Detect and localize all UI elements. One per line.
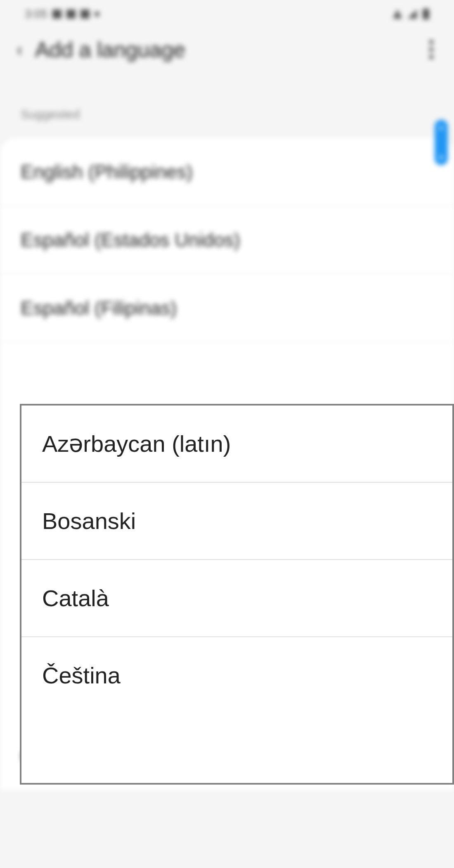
popup-item-catala[interactable]: Català [21,560,452,637]
status-time: 3:05 [25,7,47,21]
popup-item-azerbaycan[interactable]: Azərbaycan (latın) [21,406,452,483]
fast-scroll-handle[interactable]: ▲ ▼ [435,120,448,165]
list-item[interactable]: English (Philippines) [0,138,454,206]
status-notif-icon [52,9,61,19]
popup-item-bosanski[interactable]: Bosanski [21,483,452,560]
more-options-icon[interactable] [429,40,433,59]
status-chat-icon [66,9,76,19]
back-icon[interactable]: ‹ [17,39,21,60]
list-item[interactable]: Español (Filipinas) [0,274,454,342]
section-header-suggested: Suggested [0,74,454,130]
chevron-down-icon: ▼ [438,154,445,161]
chevron-up-icon: ▲ [438,124,445,130]
header: ‹ Add a language [0,25,454,74]
list-item[interactable]: Español (Estados Unidos) [0,206,454,274]
status-dot-icon [95,12,99,17]
popup-item-cestina[interactable]: Čeština [21,637,452,714]
signal-icon [408,9,417,19]
status-box-icon [80,9,90,19]
wifi-icon [393,9,402,19]
page-title: Add a language [35,37,185,62]
language-popup: Azərbaycan (latın) Bosanski Català Češti… [20,404,454,785]
status-bar: 3:05 [0,0,454,25]
battery-icon [423,9,429,19]
